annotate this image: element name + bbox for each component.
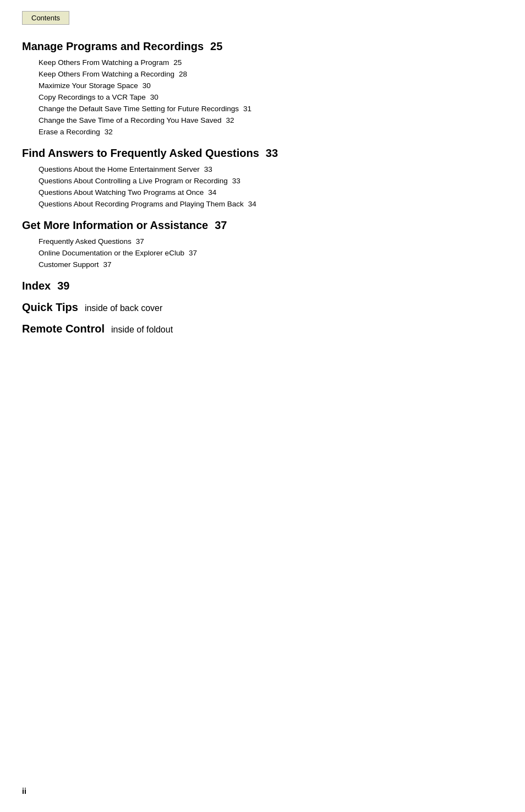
item-label: Copy Recordings to a VCR Tape (39, 93, 146, 101)
item-page: 32 (226, 116, 234, 124)
item-page: 37 (189, 249, 197, 257)
toc-item: Online Documentation or the Explorer eCl… (39, 249, 429, 257)
toc-item: Questions About Controlling a Live Progr… (39, 177, 429, 185)
section-find-answers: Find Answers to Frequently Asked Questio… (22, 147, 429, 208)
page-container: Contents Manage Programs and Recordings … (0, 0, 451, 377)
item-page: 37 (136, 237, 144, 246)
toc-item: Change the Save Time of a Recording You … (39, 116, 429, 124)
heading-page: 33 (266, 147, 278, 160)
toc-item: Keep Others From Watching a Program 25 (39, 58, 429, 67)
contents-label: Contents (31, 14, 60, 22)
toc-items-info: Frequently Asked Questions 37 Online Doc… (39, 237, 429, 269)
section-heading-index: Index 39 (22, 280, 429, 292)
item-page: 33 (232, 177, 240, 185)
section-heading-manage: Manage Programs and Recordings 25 (22, 40, 429, 53)
item-label: Change the Save Time of a Recording You … (39, 116, 221, 124)
item-label: Questions About Controlling a Live Progr… (39, 177, 228, 185)
footer-page-number: ii (22, 787, 26, 795)
toc-items-manage: Keep Others From Watching a Program 25 K… (39, 58, 429, 136)
item-page: 28 (179, 70, 187, 78)
item-page: 37 (103, 260, 112, 269)
item-label: Keep Others From Watching a Recording (39, 70, 174, 78)
heading-text: Manage Programs and Recordings (22, 40, 204, 53)
toc-item: Questions About the Home Entertainment S… (39, 165, 429, 173)
section-remote-control: Remote Control inside of foldout (22, 323, 429, 335)
heading-page: inside of back cover (85, 303, 162, 313)
section-heading-info: Get More Information or Assistance 37 (22, 219, 429, 232)
item-label: Customer Support (39, 260, 99, 269)
item-label: Online Documentation or the Explorer eCl… (39, 249, 184, 257)
section-get-more-info: Get More Information or Assistance 37 Fr… (22, 219, 429, 269)
toc-item: Maximize Your Storage Space 30 (39, 81, 429, 90)
item-page: 33 (204, 165, 212, 173)
item-label: Erase a Recording (39, 128, 100, 136)
heading-text: Remote Control (22, 323, 105, 335)
toc-item: Customer Support 37 (39, 260, 429, 269)
heading-page: 39 (57, 280, 69, 292)
heading-text: Quick Tips (22, 301, 78, 314)
toc-item: Keep Others From Watching a Recording 28 (39, 70, 429, 78)
toc-item: Erase a Recording 32 (39, 128, 429, 136)
item-label: Questions About the Home Entertainment S… (39, 165, 200, 173)
section-heading-find: Find Answers to Frequently Asked Questio… (22, 147, 429, 160)
heading-text: Get More Information or Assistance (22, 219, 208, 232)
section-heading-quick-tips: Quick Tips inside of back cover (22, 301, 429, 314)
item-page: 31 (243, 105, 251, 113)
toc-items-find: Questions About the Home Entertainment S… (39, 165, 429, 208)
heading-page: inside of foldout (111, 325, 173, 335)
toc-item: Copy Recordings to a VCR Tape 30 (39, 93, 429, 101)
item-label: Maximize Your Storage Space (39, 81, 138, 90)
toc-item: Change the Default Save Time Setting for… (39, 105, 429, 113)
toc-item: Questions About Recording Programs and P… (39, 200, 429, 208)
item-label: Keep Others From Watching a Program (39, 58, 169, 67)
item-label: Change the Default Save Time Setting for… (39, 105, 239, 113)
item-label: Questions About Watching Two Programs at… (39, 188, 204, 197)
item-page: 25 (173, 58, 182, 67)
section-heading-remote: Remote Control inside of foldout (22, 323, 429, 335)
item-label: Questions About Recording Programs and P… (39, 200, 244, 208)
page-footer: ii (22, 787, 26, 795)
toc-item: Frequently Asked Questions 37 (39, 237, 429, 246)
section-index: Index 39 (22, 280, 429, 292)
section-manage-programs: Manage Programs and Recordings 25 Keep O… (22, 40, 429, 136)
item-page: 30 (143, 81, 151, 90)
heading-text: Index (22, 280, 51, 292)
heading-page: 25 (210, 40, 222, 53)
item-page: 34 (208, 188, 216, 197)
heading-text: Find Answers to Frequently Asked Questio… (22, 147, 259, 160)
item-page: 34 (248, 200, 256, 208)
item-page: 32 (105, 128, 113, 136)
contents-button[interactable]: Contents (22, 11, 69, 25)
item-label: Frequently Asked Questions (39, 237, 132, 246)
item-page: 30 (150, 93, 158, 101)
section-quick-tips: Quick Tips inside of back cover (22, 301, 429, 314)
toc-item: Questions About Watching Two Programs at… (39, 188, 429, 197)
heading-page: 37 (215, 219, 227, 232)
